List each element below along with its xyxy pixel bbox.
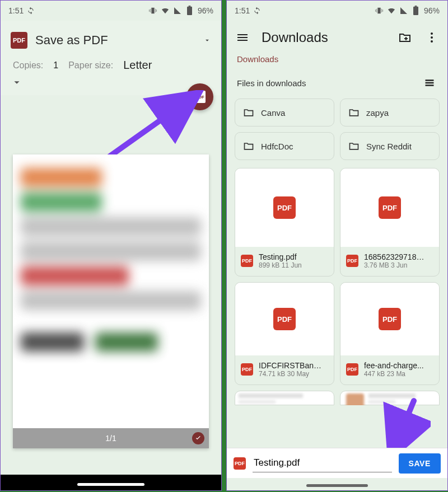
file-item[interactable]: PDF PDF 1685623297185j... 3.76 MB 3 Jun [340, 168, 440, 277]
file-grid: PDF PDF Testing.pdf 899 kB 11 Jun PDF PD… [227, 160, 447, 385]
folder-item[interactable]: zapya [340, 99, 440, 126]
pdf-icon: PDF [234, 457, 246, 470]
gesture-pill[interactable] [306, 484, 368, 487]
status-bar: 1:51 96% [1, 1, 221, 21]
page-selected-check-icon[interactable] [192, 432, 204, 444]
svg-line-8 [394, 401, 414, 448]
pdf-icon: PDF [273, 196, 296, 219]
pdf-icon: PDF [241, 255, 253, 267]
file-item[interactable] [235, 391, 334, 405]
copies-label: Copies: [13, 60, 43, 71]
pdf-icon: PDF [379, 196, 401, 219]
view-list-icon[interactable] [422, 75, 437, 91]
papersize-label: Paper size: [68, 60, 113, 71]
folder-name: Canva [261, 108, 285, 118]
file-name: 1685623297185j... [364, 252, 428, 261]
vibrate-icon [148, 6, 157, 15]
hamburger-menu-icon[interactable] [235, 30, 250, 45]
preview-content-blurred [21, 162, 201, 421]
pdf-app-icon: PDF [11, 32, 27, 49]
new-folder-icon[interactable] [397, 30, 413, 45]
folder-icon [348, 140, 360, 152]
folder-item[interactable]: HdfcDoc [235, 132, 334, 160]
file-thumbnail: PDF [235, 283, 334, 355]
copies-value[interactable]: 1 [53, 60, 58, 71]
section-header: Files in downloads [227, 71, 447, 99]
svg-rect-0 [187, 7, 192, 15]
signal-icon [399, 6, 408, 15]
status-battery: 96% [198, 6, 213, 15]
file-meta: 74.71 kB 30 May [259, 370, 323, 378]
signal-icon [173, 6, 182, 15]
vibrate-icon [375, 6, 384, 15]
folder-name: HdfcDoc [261, 142, 293, 151]
file-item[interactable]: PDF PDF Testing.pdf 899 kB 11 Jun [235, 168, 334, 277]
svg-rect-1 [189, 6, 191, 7]
file-meta: 899 kB 11 Jun [259, 261, 302, 269]
papersize-value[interactable]: Letter [123, 59, 152, 72]
page-indicator: 1/1 [105, 434, 116, 443]
file-meta: 3.76 MB 3 Jun [364, 261, 428, 269]
filename-input[interactable] [253, 454, 392, 472]
battery-icon [185, 6, 194, 15]
file-meta: 447 kB 23 Ma [364, 370, 424, 378]
folder-grid: Canva zapya HdfcDoc Sync Reddit [227, 99, 447, 160]
status-time: 1:51 [235, 6, 250, 15]
status-battery: 96% [424, 6, 440, 15]
printer-destination[interactable]: Save as PDF [35, 33, 195, 48]
wifi-icon [161, 6, 170, 15]
pdf-icon: PDF [241, 363, 253, 376]
file-name: Testing.pdf [259, 252, 302, 261]
breadcrumb[interactable]: Downloads [227, 54, 447, 71]
file-name: IDFCFIRSTBanks... [259, 361, 323, 370]
status-time: 1:51 [8, 6, 24, 15]
file-thumbnail: PDF [340, 283, 439, 355]
svg-point-6 [431, 36, 433, 39]
svg-rect-3 [413, 7, 418, 15]
sync-icon [253, 7, 261, 15]
save-bar: PDF SAVE [227, 448, 447, 478]
pdf-icon: PDF [273, 308, 296, 330]
gesture-pill[interactable] [77, 483, 144, 486]
expand-options-icon[interactable] [11, 74, 211, 91]
section-label: Files in downloads [237, 78, 306, 88]
destination-dropdown-icon[interactable] [203, 36, 211, 44]
battery-icon [412, 6, 421, 15]
pdf-icon: PDF [346, 363, 358, 376]
file-grid-overflow [227, 385, 447, 405]
file-thumbnail: PDF [235, 168, 334, 247]
app-bar: Downloads [227, 21, 447, 54]
folder-item[interactable]: Sync Reddit [340, 132, 440, 160]
folder-name: zapya [366, 108, 389, 118]
wifi-icon [387, 6, 396, 15]
svg-rect-4 [415, 6, 417, 7]
screen-print-preview: 1:51 96% PDF Save as PDF [0, 0, 222, 491]
file-name: fee-and-charge... [364, 361, 424, 370]
overflow-menu-icon[interactable] [424, 30, 440, 45]
app-title: Downloads [262, 30, 386, 45]
file-item[interactable] [340, 391, 440, 405]
folder-icon [348, 107, 360, 118]
pdf-icon: PDF [346, 255, 358, 267]
file-item[interactable]: PDF PDF IDFCFIRSTBanks... 74.71 kB 30 Ma… [235, 282, 334, 385]
folder-item[interactable]: Canva [235, 99, 334, 126]
pdf-download-icon: PDF [194, 91, 206, 103]
svg-point-7 [431, 40, 433, 43]
save-pdf-button[interactable]: PDF [186, 83, 213, 110]
sync-icon [27, 7, 35, 15]
file-thumbnail: PDF [340, 168, 439, 247]
file-item[interactable]: PDF PDF fee-and-charge... 447 kB 23 Ma [340, 282, 440, 385]
folder-icon [243, 140, 254, 152]
svg-point-5 [431, 32, 433, 35]
pdf-icon: PDF [379, 308, 401, 330]
folder-icon [243, 107, 254, 118]
status-bar: 1:51 96% [227, 1, 447, 21]
folder-name: Sync Reddit [366, 142, 412, 151]
page-indicator-strip: 1/1 [13, 428, 209, 448]
page-preview[interactable]: 1/1 [13, 154, 209, 448]
screen-file-picker: 1:51 96% Downloads [226, 0, 448, 491]
save-button[interactable]: SAVE [399, 453, 441, 474]
system-nav-bar [1, 475, 221, 490]
print-options-header: PDF Save as PDF Copies: 1 Paper size: Le… [1, 21, 221, 95]
